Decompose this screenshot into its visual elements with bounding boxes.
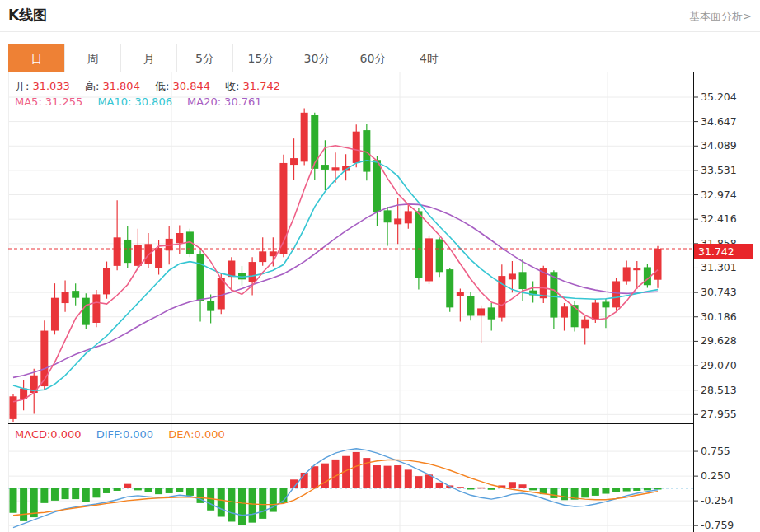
macd-histogram (10, 452, 662, 525)
y-axis-labels: 35.20434.64734.08933.53132.97432.41631.8… (693, 91, 737, 531)
timeframe-tabs: 日 周 月 5分 15分 30分 60分 4时 (8, 44, 457, 72)
tab-30min[interactable]: 30分 (289, 44, 345, 72)
svg-text:0.250: 0.250 (701, 469, 730, 482)
ma-legend: MA5:31.255 MA10:30.806 MA20:30.761 (15, 96, 265, 108)
tab-15min[interactable]: 15分 (232, 44, 289, 72)
svg-text:31.301: 31.301 (701, 261, 737, 273)
dea-value: 0.000 (195, 428, 225, 441)
ma10-value: 30.806 (134, 96, 172, 108)
low-label: 低: (155, 80, 169, 92)
tab-60min[interactable]: 60分 (345, 44, 401, 72)
tab-5min[interactable]: 5分 (176, 44, 233, 72)
ma20-label: MA20: (187, 96, 221, 108)
svg-text:32.974: 32.974 (701, 189, 737, 201)
gridlines (8, 42, 753, 532)
ohlc-legend: 开:31.033 高:31.804 低:30.844 收:31.742 (15, 79, 284, 94)
high-label: 高: (85, 80, 99, 92)
svg-text:-0.254: -0.254 (701, 494, 734, 506)
open-label: 开: (15, 80, 29, 92)
svg-text:0.755: 0.755 (701, 445, 730, 457)
tab-day[interactable]: 日 (8, 44, 65, 72)
tab-4hour[interactable]: 4时 (401, 44, 457, 72)
macd-label: MACD: (15, 428, 50, 441)
high-value: 31.804 (102, 80, 140, 92)
svg-text:30.743: 30.743 (701, 286, 737, 298)
svg-text:35.204: 35.204 (701, 91, 737, 103)
ma5-label: MA5: (15, 96, 42, 108)
low-value: 30.844 (172, 80, 210, 92)
ma5-value: 31.255 (45, 96, 83, 108)
close-value: 31.742 (242, 80, 280, 92)
ma20-value: 30.761 (224, 96, 262, 108)
svg-text:27.955: 27.955 (701, 408, 737, 420)
svg-text:30.186: 30.186 (701, 310, 737, 323)
candles (10, 109, 662, 422)
macd-legend: MACD:0.000 DIFF:0.000 DEA:0.000 (15, 428, 228, 441)
tab-month[interactable]: 月 (120, 44, 177, 72)
open-value: 31.033 (32, 80, 70, 92)
svg-text:28.513: 28.513 (701, 384, 737, 396)
tab-week[interactable]: 周 (64, 44, 121, 72)
macd-value: 0.000 (50, 428, 81, 441)
current-price-tag: 31.742 (694, 244, 753, 259)
diff-label: DIFF: (96, 428, 123, 441)
svg-text:33.531: 33.531 (701, 164, 737, 176)
kline-widget: K线图 基本面分析> 日 周 月 5分 15分 30分 60分 4时 35.20… (0, 0, 760, 532)
svg-text:29.070: 29.070 (701, 359, 737, 371)
close-label: 收: (225, 80, 239, 92)
diff-value: 0.000 (123, 428, 153, 441)
svg-text:34.089: 34.089 (701, 139, 737, 152)
ma10-label: MA10: (97, 96, 131, 108)
axis-borders (8, 72, 694, 532)
dea-label: DEA: (168, 428, 194, 441)
svg-text:32.416: 32.416 (701, 212, 737, 225)
svg-text:-0.759: -0.759 (701, 519, 734, 531)
svg-text:29.628: 29.628 (701, 334, 737, 347)
svg-text:34.647: 34.647 (701, 115, 737, 128)
